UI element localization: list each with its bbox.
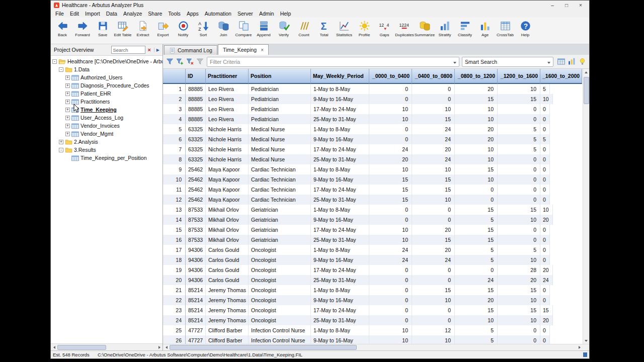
filter-icon[interactable] [166,57,174,66]
table-cell[interactable]: Mikhail Orlov [206,215,249,225]
table-cell[interactable]: Pediatrician [249,104,311,114]
table-cell[interactable]: 25-May to 31-May [311,275,369,285]
column-header-0000-to-0400[interactable]: _0000_to_0400 [369,69,412,84]
table-cell[interactable]: 5 [455,325,498,335]
table-cell[interactable]: 10 [455,315,498,325]
table-cell[interactable]: Oncologist [249,245,311,255]
table-cell[interactable]: 17-May to 24-May [311,144,369,154]
table-cell[interactable]: 25-May to 31-May [311,235,369,245]
row-number[interactable]: 22 [163,295,186,305]
table-cell[interactable]: 85214 [186,295,206,305]
table-cell[interactable]: Nichole Harris [206,144,249,154]
table-cell[interactable]: 25462 [186,185,206,195]
table-cell[interactable]: Medical Nurse [249,134,311,144]
menu-item-apps[interactable]: Apps [184,10,202,17]
tree-item-vendor-invoices[interactable]: +Vendor_Invoices [51,122,163,130]
table-cell[interactable]: 20 [412,225,455,235]
table-cell[interactable]: 15 [369,185,412,195]
table-cell[interactable]: 20 [540,315,553,325]
table-cell[interactable]: 9-May to 16-May [311,174,369,185]
table-cell[interactable]: 10 [369,325,412,335]
table-cell[interactable]: 24 [412,134,455,144]
table-cell[interactable]: 20 [455,84,498,94]
row-number[interactable]: 26 [163,335,186,344]
table-cell[interactable]: Infection Control Nurse [249,335,311,344]
menu-item-analyze[interactable]: Analyze [120,10,145,17]
table-cell[interactable]: 85214 [186,285,206,295]
tree-item-3-results[interactable]: -3.Results [51,146,163,154]
column-header-1600-to-2000[interactable]: _1600_to_2000 [540,69,582,84]
column-header-0800-to-1200[interactable]: _0800_to_1200 [455,69,498,84]
column-header-practitioner[interactable]: Practitioner [206,69,249,84]
menu-item-edit[interactable]: Edit [67,10,82,17]
table-cell[interactable]: 10 [412,104,455,114]
table-cell[interactable]: 0 [369,295,412,305]
hscroll-thumb[interactable] [170,345,357,350]
table-cell[interactable]: 47727 [186,335,206,344]
table-cell[interactable]: 15 [540,305,553,315]
table-cell[interactable]: 0 [540,185,550,195]
table-cell[interactable]: 0 [412,265,455,275]
table-cell[interactable]: 15 [498,285,540,295]
table-cell[interactable]: 1-May to 8-May [311,84,369,94]
close-icon[interactable]: × [574,1,588,10]
table-cell[interactable]: 0 [540,144,550,154]
table-cell[interactable]: 15 [455,235,498,245]
table-cell[interactable]: 87533 [186,235,206,245]
row-number[interactable]: 8 [163,154,186,164]
table-cell[interactable]: Nichole Harris [206,124,249,134]
scroll-up-icon[interactable] [583,69,590,75]
table-cell[interactable]: 5 [540,84,550,94]
table-cell[interactable]: 0 [540,195,550,205]
table-cell[interactable]: 10 [369,164,412,174]
gaps-button[interactable]: 124Gaps [374,19,394,44]
row-number[interactable]: 5 [163,124,186,134]
tree-item-2-analysis[interactable]: +2.Analysis [51,138,163,146]
table-cell[interactable]: 0 [540,335,550,344]
table-cell[interactable]: 10 [540,205,553,215]
table-cell[interactable]: 0 [369,265,412,275]
tree-expander-icon[interactable]: + [65,124,70,128]
stratify-button[interactable]: Stratify [435,19,455,44]
table-cell[interactable]: 5 [455,245,498,255]
table-cell[interactable]: 24 [412,255,455,265]
tab-command-log[interactable]: Command Log [164,45,217,55]
table-cell[interactable]: 17-May to 24-May [311,265,369,275]
table-cell[interactable]: 5 [455,335,498,344]
tab-close-icon[interactable]: × [261,47,264,53]
table-cell[interactable]: 0 [369,275,412,285]
tree-item-diagnosis-procedure-codes[interactable]: +Diagnosis_Procedure_Codes [51,81,163,89]
age-button[interactable]: Age [475,19,495,44]
menu-item-data[interactable]: Data [103,10,120,17]
table-cell[interactable]: Oncologist [249,295,311,305]
table-cell[interactable]: 24 [455,275,498,285]
table-cell[interactable]: Carlos Gould [206,265,249,275]
duplicates-button[interactable]: 1224Duplicates [394,19,415,44]
append-button[interactable]: Append [254,19,274,44]
table-cell[interactable]: 0 [369,285,412,295]
menu-item-help[interactable]: Help [277,10,294,17]
table-cell[interactable]: 10 [498,84,540,94]
row-number[interactable]: 10 [163,174,186,185]
row-number[interactable]: 24 [163,315,186,325]
table-cell[interactable]: 0 [540,174,550,185]
table-cell[interactable]: Cardiac Technician [249,164,311,174]
table-cell[interactable]: Jeremy Thomas [206,295,249,305]
table-cell[interactable]: Maya Kapoor [206,185,249,195]
row-number[interactable]: 16 [163,235,186,245]
table-cell[interactable]: 10 [369,104,412,114]
table-cell[interactable]: 12 [412,325,455,335]
table-cell[interactable]: 0 [369,84,412,94]
table-cell[interactable]: 15 [455,285,498,295]
tree-expander-icon[interactable]: + [65,75,70,80]
table-cell[interactable]: 10 [455,154,498,164]
tree-expander-icon[interactable]: + [65,132,70,136]
table-cell[interactable]: 17-May to 24-May [311,305,369,315]
row-number[interactable]: 11 [163,185,186,195]
table-cell[interactable]: 15 [455,305,498,315]
table-cell[interactable]: 15 [412,174,455,185]
row-number[interactable]: 23 [163,305,186,315]
table-cell[interactable]: 0 [369,124,412,134]
join-button[interactable]: Join [213,19,233,44]
table-cell[interactable]: 94306 [186,275,206,285]
